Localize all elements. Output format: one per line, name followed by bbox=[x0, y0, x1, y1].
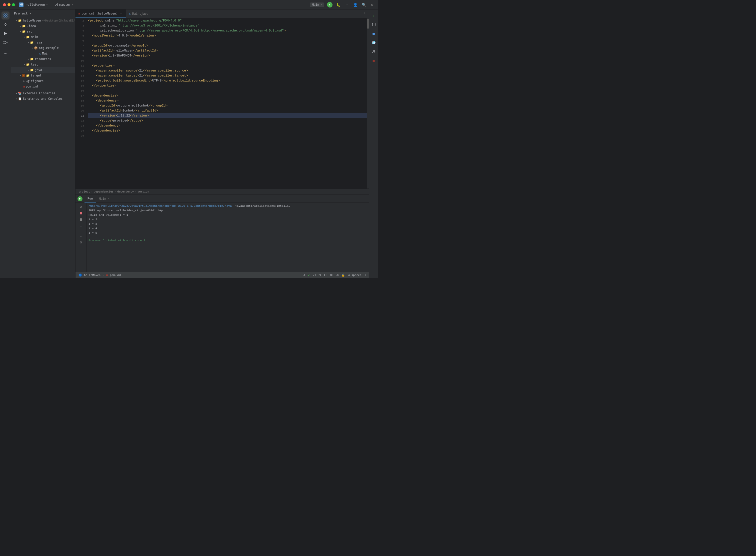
output-5: i = 5 bbox=[89, 231, 97, 235]
fullscreen-button[interactable] bbox=[12, 3, 15, 6]
breadcrumb-dependencies[interactable]: dependencies bbox=[94, 190, 113, 193]
run-config[interactable]: Main ▾ bbox=[310, 2, 324, 7]
chevron-down-icon: ▾ bbox=[24, 63, 25, 66]
run-button[interactable]: ▶ bbox=[327, 2, 333, 7]
run-config-chevron-icon: ▾ bbox=[321, 3, 322, 6]
line-num-16: 16 bbox=[75, 88, 84, 93]
vcs-button[interactable] bbox=[1, 21, 9, 29]
status-encoding[interactable]: UTF-8 bbox=[330, 274, 339, 277]
pom-tab-close-button[interactable]: × bbox=[119, 12, 123, 15]
debug-button[interactable]: 🐛 bbox=[336, 2, 341, 7]
sidebar: Project ▾ ▾ 📁 helloMaven ~/Desktop/CS/Ja… bbox=[11, 9, 75, 278]
code-content[interactable]: <project xmlns="http://maven.apache.org/… bbox=[86, 18, 367, 188]
code-editor[interactable]: 2 3 4 5 6 7 8 9 10 11 12 13 14 15 16 17 bbox=[75, 18, 369, 188]
code-line-18: <dependency> bbox=[88, 98, 367, 103]
ai-assist-button[interactable]: AI bbox=[370, 38, 378, 46]
sidebar-item-hellomaven[interactable]: ▾ 📁 helloMaven ~/Desktop/CS/JavaEE/1 Jav bbox=[11, 18, 75, 23]
status-project-label[interactable]: helloMaven bbox=[84, 274, 101, 277]
tab-pom-xml[interactable]: m pom.xml (helloMaven) × bbox=[75, 9, 126, 18]
status-line-ending[interactable]: LF bbox=[324, 274, 327, 277]
svg-rect-10 bbox=[4, 43, 5, 44]
more-run-button[interactable]: ⋮ bbox=[78, 246, 84, 251]
rerun-button[interactable]: ↺ bbox=[78, 204, 84, 209]
code-line-19: <groupId>org.projectlombok</groupId> bbox=[88, 103, 367, 108]
sidebar-item-java[interactable]: ▾ 📁 java bbox=[11, 40, 75, 45]
stop-button[interactable]: ■ bbox=[78, 210, 84, 216]
sidebar-item-target[interactable]: ▸ ⊘ 📁 target bbox=[11, 73, 75, 78]
code-line-15: </properties> bbox=[88, 83, 367, 88]
sidebar-item-main[interactable]: ▾ 📁 main bbox=[11, 34, 75, 40]
sidebar-item-external-libraries[interactable]: ▸ 📚 External Libraries bbox=[11, 91, 75, 96]
close-button[interactable] bbox=[3, 3, 6, 6]
settings-status-icon[interactable]: ⚙ bbox=[304, 274, 305, 277]
titlebar-right: Main ▾ ▶ 🐛 ⋯ 👤 🔍 ⚙ bbox=[310, 2, 375, 7]
more-button[interactable]: ⋯ bbox=[344, 2, 349, 7]
sidebar-item-resources[interactable]: ▸ 📁 resources bbox=[11, 56, 75, 62]
chevron-right-icon: ▸ bbox=[20, 74, 21, 77]
output-4: i = 4 bbox=[89, 227, 97, 230]
sidebar-item-src[interactable]: ▾ 📁 src bbox=[11, 29, 75, 34]
minimize-button[interactable] bbox=[7, 3, 10, 6]
status-position[interactable]: 21:39 bbox=[313, 274, 321, 277]
settings-run-button[interactable]: ⚙ bbox=[78, 240, 84, 245]
terminal-content[interactable]: /Users/eve/Library/Java/JavaVirtualMachi… bbox=[87, 203, 369, 272]
breadcrumb-version[interactable]: version bbox=[137, 190, 149, 193]
sidebar-item-gitignore[interactable]: ⊘ .gitignore bbox=[11, 78, 75, 84]
bottom-tab-main[interactable]: Main × bbox=[96, 195, 112, 203]
settings-button[interactable]: ⚙ bbox=[370, 2, 375, 7]
project-tree-button[interactable] bbox=[1, 11, 9, 20]
sidebar-item-org-example[interactable]: ▾ 📦 org.example bbox=[11, 45, 75, 51]
editor-scrollbar[interactable] bbox=[367, 18, 369, 188]
term-line-3: i = 3 bbox=[89, 222, 367, 226]
bottom-panel: ▶ Run Main × ↺ ■ ⏸ bbox=[75, 195, 369, 272]
blue-dot-button[interactable]: ● bbox=[370, 30, 378, 37]
resume-button[interactable]: ⏸ bbox=[78, 217, 84, 222]
chevron-right-icon: ▸ bbox=[16, 92, 17, 95]
package-icon: 📦 bbox=[34, 46, 38, 50]
tab-options-button[interactable]: ⋮ bbox=[362, 11, 367, 16]
line-num-22: 22 bbox=[75, 118, 84, 123]
line-num-2: 2 bbox=[75, 18, 84, 23]
account-button[interactable]: 👤 bbox=[352, 2, 358, 7]
sidebar-item-scratches[interactable]: ▸ 📋 Scratches and Consoles bbox=[11, 96, 75, 102]
code-line-21: 💡 <version>1.18.22</version> bbox=[88, 113, 367, 118]
external-libs-icon: 📚 bbox=[18, 92, 22, 95]
titlebar-separator: | bbox=[50, 3, 52, 6]
main-tab-close-button[interactable]: × bbox=[108, 197, 109, 200]
copilot-button[interactable] bbox=[370, 47, 378, 56]
code-line-7: <groupId>org.example</groupId> bbox=[88, 43, 367, 48]
line-num-11: 11 bbox=[75, 63, 84, 68]
sidebar-item-pom[interactable]: m pom.xml bbox=[11, 84, 75, 89]
code-line-25 bbox=[88, 133, 367, 138]
step-button[interactable]: ↓ bbox=[78, 223, 84, 229]
titlebar-branch[interactable]: ⎇ master ▾ bbox=[55, 3, 73, 6]
resources-folder-icon: 📁 bbox=[30, 57, 34, 61]
breadcrumb-project[interactable]: project bbox=[78, 190, 90, 193]
scroll-to-end-button[interactable]: ⤓ bbox=[78, 233, 84, 239]
bottom-tab-run[interactable]: Run bbox=[84, 195, 96, 203]
test-folder-icon: 📁 bbox=[26, 63, 30, 66]
sidebar-item-test[interactable]: ▾ 📁 test bbox=[11, 62, 75, 67]
run-button-side[interactable] bbox=[1, 30, 9, 37]
run-icon: ▶ bbox=[77, 196, 82, 201]
status-indent[interactable]: 4 spaces bbox=[348, 274, 361, 277]
titlebar-project[interactable]: helloMaven ▾ bbox=[26, 3, 48, 6]
structure-button[interactable] bbox=[1, 38, 9, 46]
search-button[interactable]: 🔍 bbox=[361, 2, 367, 7]
status-file-label[interactable]: pom.xml bbox=[110, 274, 121, 277]
checkmark-right-button[interactable]: ✓ bbox=[370, 11, 378, 20]
svg-rect-0 bbox=[4, 14, 5, 15]
breadcrumb-dependency[interactable]: dependency bbox=[117, 190, 134, 193]
database-button[interactable] bbox=[370, 21, 378, 29]
maven-right-button[interactable]: m bbox=[370, 57, 378, 65]
code-line-16 bbox=[88, 88, 367, 93]
sidebar-item-test-java[interactable]: ▸ 📁 java bbox=[11, 67, 75, 73]
tab-main-java[interactable]: C Main.java bbox=[126, 9, 156, 18]
scrollbar-thumb[interactable] bbox=[367, 19, 369, 29]
sidebar-item-idea[interactable]: ▸ 📁 .idea bbox=[11, 23, 75, 29]
sidebar-item-main-java[interactable]: ⊙ Main bbox=[11, 51, 75, 56]
status-share-icon[interactable]: ⬆ bbox=[364, 274, 366, 277]
more-tools-button[interactable]: ⋯ bbox=[1, 49, 9, 58]
checkmark-status-icon[interactable]: ✓ bbox=[308, 274, 310, 277]
src-folder-icon: 📁 bbox=[22, 30, 26, 33]
